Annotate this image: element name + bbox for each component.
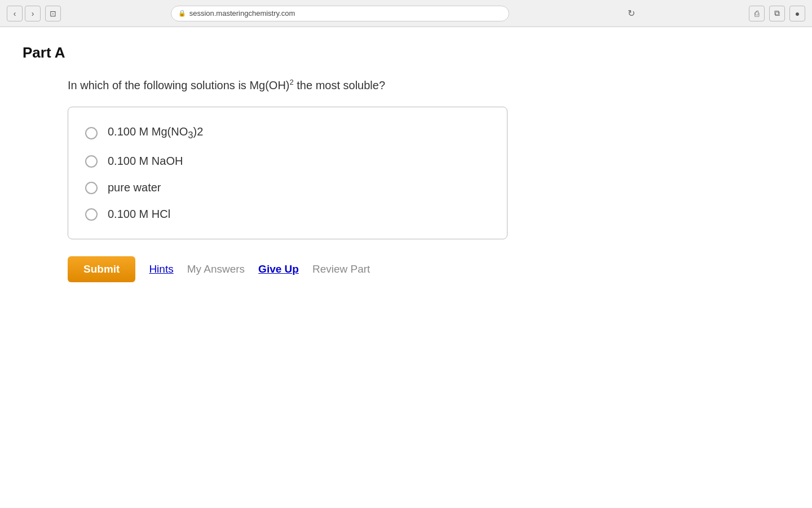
profile-button[interactable]: ● bbox=[789, 6, 805, 21]
share-button[interactable]: ⎙ bbox=[749, 6, 765, 21]
browser-actions: ⎙ ⧉ ● bbox=[749, 6, 805, 21]
nav-buttons: ‹ › ⊡ bbox=[7, 6, 61, 21]
my-answers-text: My Answers bbox=[187, 263, 245, 275]
lock-icon: 🔒 bbox=[178, 10, 186, 17]
option-label-3: pure water bbox=[108, 181, 161, 194]
radio-option-4[interactable] bbox=[85, 208, 98, 221]
address-bar[interactable]: 🔒 session.masteringchemistry.com bbox=[171, 6, 509, 21]
review-part-text: Review Part bbox=[312, 263, 370, 275]
option-label-1: 0.100 M Mg(NO3)2 bbox=[108, 125, 203, 141]
question-text: In which of the following solutions is M… bbox=[68, 77, 789, 93]
hints-link[interactable]: Hints bbox=[149, 263, 173, 275]
refresh-button[interactable]: ↻ bbox=[623, 6, 639, 21]
forward-button[interactable]: › bbox=[25, 6, 41, 21]
option-label-4: 0.100 M HCl bbox=[108, 208, 170, 221]
actions-row: Submit Hints My Answers Give Up Review P… bbox=[68, 256, 789, 282]
submit-button[interactable]: Submit bbox=[68, 256, 135, 282]
option-row-2: 0.100 M NaOH bbox=[85, 148, 490, 174]
radio-option-1[interactable] bbox=[85, 127, 98, 139]
tab-button[interactable]: ⊡ bbox=[45, 6, 61, 21]
back-button[interactable]: ‹ bbox=[7, 6, 23, 21]
part-title: Part A bbox=[23, 44, 789, 62]
url-text: session.masteringchemistry.com bbox=[189, 9, 295, 17]
radio-option-2[interactable] bbox=[85, 155, 98, 168]
radio-option-3[interactable] bbox=[85, 182, 98, 194]
option-label-2: 0.100 M NaOH bbox=[108, 155, 183, 168]
option-row-4: 0.100 M HCl bbox=[85, 201, 490, 227]
page-content: Part A In which of the following solutio… bbox=[0, 27, 812, 299]
duplicate-button[interactable]: ⧉ bbox=[769, 6, 785, 21]
options-box: 0.100 M Mg(NO3)2 0.100 M NaOH pure water… bbox=[68, 107, 508, 239]
browser-chrome: ‹ › ⊡ 🔒 session.masteringchemistry.com ↻… bbox=[0, 0, 812, 27]
give-up-link[interactable]: Give Up bbox=[258, 263, 299, 275]
option-row-1: 0.100 M Mg(NO3)2 bbox=[85, 119, 490, 148]
option-row-3: pure water bbox=[85, 174, 490, 201]
